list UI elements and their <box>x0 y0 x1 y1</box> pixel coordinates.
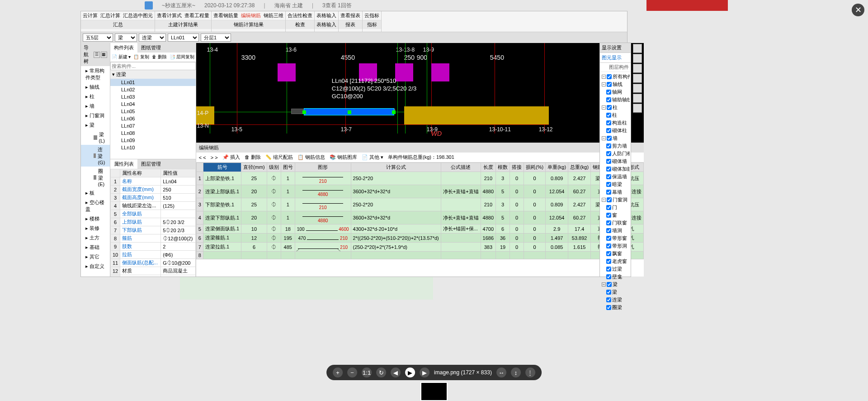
nav-item[interactable]: ▸ 基础 <box>81 243 110 252</box>
view-tool-icon[interactable] <box>633 54 642 63</box>
property-row[interactable]: 12材质商品混凝土 <box>110 267 195 275</box>
display-tree-item[interactable]: −轴线 <box>601 81 630 88</box>
nav-item[interactable]: ▸ 墙 <box>81 101 110 111</box>
property-row[interactable]: 10拉筋(Φ6) <box>110 251 195 259</box>
ribbon-cmd[interactable]: 查看工程量 <box>184 12 209 19</box>
property-row[interactable]: 1名称LLn04 <box>110 177 195 186</box>
ribbon-cmd[interactable]: 合法性检查 <box>288 12 312 19</box>
component-item[interactable]: LLn07 <box>110 122 196 129</box>
nav-item[interactable]: ▸ 柱 <box>81 92 110 101</box>
rebar-row[interactable]: 6连梁箍筋.112⏀195470 2102*((250-2*20)+(510-2… <box>196 234 643 243</box>
nav-item[interactable]: ▸ 装修 <box>81 224 110 233</box>
view-tool-icon[interactable] <box>633 94 642 103</box>
display-tree-item[interactable]: −柱 <box>601 104 630 111</box>
display-tree-item[interactable]: 带形洞 <box>601 242 630 250</box>
view-tool-icon[interactable] <box>633 44 642 53</box>
nav-item[interactable]: ▸ 轴线 <box>81 82 110 92</box>
display-tree-item[interactable]: −所有构件 <box>601 73 630 81</box>
display-tree-item[interactable]: 墙洞 <box>601 227 630 234</box>
layer-copy-button[interactable]: 📑 层间复制 <box>170 54 194 60</box>
scale-button[interactable]: 📏 缩尺配筋 <box>265 154 293 161</box>
ribbon-cmd[interactable]: 汇总计算 <box>100 12 120 19</box>
display-tree-item[interactable]: 门联窗 <box>601 219 630 227</box>
property-row[interactable]: 11侧面纵筋(总配...G⏀10@200 <box>110 259 195 267</box>
tab-layers[interactable]: 图层管理 <box>137 159 165 169</box>
component-item[interactable]: LLn01 <box>110 79 196 86</box>
display-tree-item[interactable]: 砌体加筋 <box>601 165 630 173</box>
item-select[interactable]: LLn01 <box>168 33 199 42</box>
component-item[interactable]: LLn09 <box>110 137 196 144</box>
delete-button[interactable]: 🗑 删除 <box>152 54 167 60</box>
nav-first-button[interactable]: < < <box>199 155 206 160</box>
rebar-row[interactable]: 5连梁侧面纵筋.110⏀18100 46004300+32*d-20+10*d净… <box>196 224 643 234</box>
ribbon-cmd[interactable]: 云指标 <box>364 12 379 19</box>
display-tree-item[interactable]: 梁 <box>601 288 630 296</box>
display-tree-item[interactable]: 轴网 <box>601 88 630 96</box>
tab-drawing-manage[interactable]: 图纸管理 <box>137 43 165 53</box>
comp-group-header[interactable]: ▾ 连梁 <box>110 70 196 79</box>
rebar-row[interactable]: 4连梁下部纵筋.120⏀148803600+32*d+32*d净长+直锚+直锚4… <box>196 211 643 224</box>
display-tree-item[interactable]: 构造柱 <box>601 119 630 127</box>
nav-view-icon[interactable]: ☰ <box>94 52 100 58</box>
copy-button[interactable]: 📋 复制 <box>133 54 149 60</box>
view-tool-icon[interactable] <box>633 74 642 83</box>
insert-button[interactable]: 📌 插入 <box>222 154 240 161</box>
view-tool-icon[interactable] <box>633 64 642 73</box>
property-row[interactable]: 2截面宽度(mm)250 <box>110 186 195 194</box>
rebar-row[interactable]: 3下部梁垫铁.125⏀1210250-2*202103000.8092.427梁… <box>196 198 643 211</box>
zoom-reset-icon[interactable]: 1:1 <box>362 368 372 377</box>
rebar-row[interactable]: 8 <box>196 252 643 259</box>
rotate-icon[interactable]: ↻ <box>376 368 386 377</box>
rebar-lib-button[interactable]: 📚 钢筋图库 <box>330 154 357 161</box>
ribbon-cmd[interactable]: 编辑钢筋 <box>241 12 261 19</box>
ribbon-cmd[interactable]: 钢筋三维 <box>264 12 283 19</box>
tab-properties[interactable]: 属性列表 <box>110 159 137 169</box>
category-select[interactable]: 梁 <box>115 33 137 42</box>
component-item[interactable]: LLn02 <box>110 86 196 93</box>
component-item[interactable]: LLn04 <box>110 100 196 108</box>
display-tree-item[interactable]: 人防门框墙 <box>601 150 630 158</box>
rebar-row[interactable]: 2连梁上部纵筋.120⏀148803600+32*d+32*d净长+直锚+直锚4… <box>196 185 643 198</box>
nav-item[interactable]: 梁(L) <box>81 130 110 145</box>
ribbon-cmd[interactable]: 汇总选中图元 <box>123 12 153 19</box>
drawing-canvas[interactable]: 13-4 13-6 13-13-8 13-9 3300 4550 250 900… <box>196 43 644 143</box>
property-row[interactable]: 4轴线距梁左边...(125) <box>110 202 195 210</box>
nav-item[interactable]: ▸ 常用构件类型 <box>81 66 110 82</box>
display-tree-item[interactable]: 壁龛 <box>601 273 630 281</box>
display-tree-item[interactable]: 保温墙 <box>601 173 630 181</box>
ribbon-cmd[interactable]: 查看报表 <box>340 12 360 19</box>
display-tree-item[interactable]: 砌体柱 <box>601 127 630 134</box>
rebar-row[interactable]: 1上部梁垫铁.125⏀1210250-2*202103000.8092.427梁… <box>196 172 643 185</box>
display-tree-item[interactable]: 过梁 <box>601 265 630 273</box>
more-icon[interactable]: ⋮ <box>525 368 535 377</box>
nav-item[interactable]: ▸ 自定义 <box>81 262 110 271</box>
layer-select[interactable]: 分层1 <box>201 33 231 42</box>
display-tree-item[interactable]: 飘窗 <box>601 250 630 258</box>
rebar-info-button[interactable]: 📋 钢筋信息 <box>297 154 325 161</box>
nav-item[interactable]: ▸ 其它 <box>81 252 110 262</box>
nav-item[interactable]: ▸ 空心楼盖 <box>81 198 110 214</box>
display-tree-item[interactable]: 带形窗 <box>601 234 630 242</box>
ribbon-cmd[interactable]: 云计算 <box>83 12 98 19</box>
display-tree-item[interactable]: 砌体墙 <box>601 158 630 165</box>
rebar-row[interactable]: 7连梁拉筋.16⏀485⟋⟍ 210(250-2*20)+2*(75+1.9*d… <box>196 243 643 252</box>
display-tree-item[interactable]: 连梁 <box>601 296 630 304</box>
new-button[interactable]: 📄 新建 ▾ <box>112 54 131 60</box>
property-row[interactable]: 3截面高度(mm)510 <box>110 194 195 202</box>
selected-beam[interactable] <box>304 108 394 115</box>
display-tree-item[interactable]: 窗 <box>601 211 630 219</box>
next-icon[interactable]: ▶ <box>420 368 429 377</box>
component-item[interactable]: LLn06 <box>110 115 196 122</box>
component-item[interactable]: LLn10 <box>110 144 196 151</box>
nav-item[interactable]: ▸ 梁 <box>81 120 110 130</box>
flip-v-icon[interactable]: ↕ <box>511 368 521 377</box>
display-tree-item[interactable]: −门窗洞 <box>601 196 630 204</box>
view-tool-icon[interactable] <box>633 84 642 93</box>
play-icon[interactable]: ▶ <box>405 368 415 377</box>
display-tab[interactable]: 图元显示 <box>600 53 631 63</box>
display-tree-item[interactable]: 圈梁 <box>601 304 630 311</box>
component-item[interactable]: LLn03 <box>110 93 196 100</box>
floor-select[interactable]: 五5层 <box>83 33 113 42</box>
property-row[interactable]: 7下部纵筋5⏀20 2/3 <box>110 226 195 234</box>
zoom-in-icon[interactable]: + <box>333 368 343 377</box>
